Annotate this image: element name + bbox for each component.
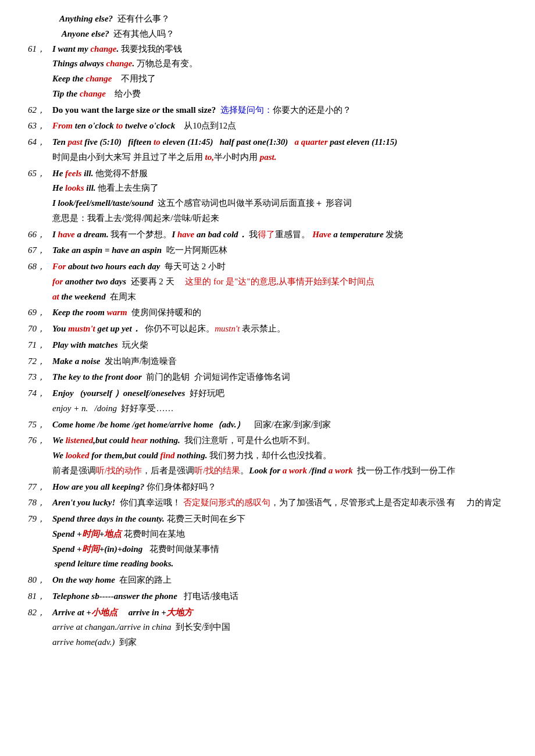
num-72: 72， — [17, 354, 52, 368]
entry-69: 69， Keep the room warm 使房间保持暖和的 — [17, 305, 518, 320]
content-66: I have a dream. 我有一个梦想。I have an bad col… — [52, 227, 518, 243]
num-75: 75， — [17, 418, 52, 432]
num-73: 73， — [17, 370, 52, 384]
num-70: 70， — [17, 322, 52, 336]
num-61: 61， — [17, 42, 52, 56]
num-79: 79， — [17, 512, 52, 526]
num-80: 80， — [17, 573, 52, 587]
entry-63: 63， From ten o'clock to twelve o'clock 从… — [17, 119, 518, 134]
entry-68: 68， For about two hours each day 每天可达 2 … — [17, 259, 518, 304]
content-74: Enjoy (yourself ）oneself/oneselves 好好玩吧 … — [52, 386, 518, 416]
entry-79: 79， Spend three days in the county. 花费三天… — [17, 512, 518, 572]
num-66: 66， — [17, 227, 52, 241]
entry-73: 73， The key to the front door 前门的匙钥 介词短词… — [17, 370, 518, 385]
content-70: You mustn't get up yet． 你仍不可以起床。mustn't … — [52, 322, 518, 337]
content-73: The key to the front door 前门的匙钥 介词短词作定语修… — [52, 370, 518, 385]
num-63: 63， — [17, 119, 52, 133]
entry-64: 64， Ten past five (5:10) fifteen to elev… — [17, 135, 518, 165]
num-78: 78， — [17, 495, 52, 509]
content-67: Take an aspin = have an aspin 吃一片阿斯匹林 — [52, 243, 518, 258]
content-82: Arrive at +小地点 arrive in +大地方 arrive at … — [52, 605, 518, 650]
num-82: 82， — [17, 605, 52, 619]
entry-74: 74， Enjoy (yourself ）oneself/oneselves 好… — [17, 386, 518, 416]
num-76: 76， — [17, 433, 52, 447]
line-anything-else: Anything else? 还有什么事？ — [17, 12, 518, 26]
entry-80: 80， On the way home 在回家的路上 — [17, 573, 518, 588]
content-68: For about two hours each day 每天可达 2 小时 f… — [52, 259, 518, 304]
entry-71: 71， Play with matches 玩火柴 — [17, 338, 518, 353]
entry-72: 72， Make a noise 发出响声/制造噪音 — [17, 354, 518, 369]
entry-82: 82， Arrive at +小地点 arrive in +大地方 arrive… — [17, 605, 518, 650]
num-65: 65， — [17, 166, 52, 180]
content-78: Aren't you lucky! 你们真幸运哦！ 否定疑问形式的感叹句，为了加… — [52, 495, 518, 511]
content-71: Play with matches 玩火柴 — [52, 338, 518, 353]
num-69: 69， — [17, 305, 52, 319]
entry-81: 81， Telephone sb-----answer the phone 打电… — [17, 589, 518, 604]
content-69: Keep the room warm 使房间保持暖和的 — [52, 305, 518, 320]
content-62: Do you want the large size or the small … — [52, 103, 518, 118]
entry-65: 65， He feels ill. 他觉得不舒服 He looks ill. 他… — [17, 166, 518, 226]
entry-67: 67， Take an aspin = have an aspin 吃一片阿斯匹… — [17, 243, 518, 258]
content-72: Make a noise 发出响声/制造噪音 — [52, 354, 518, 369]
content-65: He feels ill. 他觉得不舒服 He looks ill. 他看上去生… — [52, 166, 518, 226]
content-76: We listened,but could hear nothing. 我们注意… — [52, 433, 518, 478]
content-81: Telephone sb-----answer the phone 打电话/接电… — [52, 589, 518, 604]
entry-76: 76， We listened,but could hear nothing. … — [17, 433, 518, 478]
entry-75: 75， Come home /be home /get home/arrive … — [17, 418, 518, 433]
entry-62: 62， Do you want the large size or the sm… — [17, 103, 518, 118]
entry-70: 70， You mustn't get up yet． 你仍不可以起床。must… — [17, 322, 518, 337]
num-64: 64， — [17, 135, 52, 149]
content-61: I want my change. 我要找我的零钱 Things always … — [52, 42, 518, 102]
num-67: 67， — [17, 243, 52, 257]
content-77: How are you all keeping? 你们身体都好吗？ — [52, 480, 518, 495]
content-79: Spend three days in the county. 花费三天时间在乡… — [52, 512, 518, 572]
num-62: 62， — [17, 103, 52, 117]
content-63: From ten o'clock to twelve o'clock 从10点到… — [52, 119, 518, 134]
num-71: 71， — [17, 338, 52, 352]
num-74: 74， — [17, 386, 52, 400]
line-anyone-else: Anyone else? 还有其他人吗？ — [17, 27, 518, 41]
entry-77: 77， How are you all keeping? 你们身体都好吗？ — [17, 480, 518, 495]
content-64: Ten past five (5:10) fifteen to eleven (… — [52, 135, 518, 165]
num-81: 81， — [17, 589, 52, 603]
page-content: Anything else? 还有什么事？ Anyone else? 还有其他人… — [17, 12, 518, 650]
num-77: 77， — [17, 480, 52, 494]
entry-61: 61， I want my change. 我要找我的零钱 Things alw… — [17, 42, 518, 102]
content-75: Come home /be home /get home/arrive home… — [52, 418, 518, 433]
num-68: 68， — [17, 259, 52, 273]
content-80: On the way home 在回家的路上 — [52, 573, 518, 588]
entry-78: 78， Aren't you lucky! 你们真幸运哦！ 否定疑问形式的感叹句… — [17, 495, 518, 511]
entry-66: 66， I have a dream. 我有一个梦想。I have an bad… — [17, 227, 518, 243]
